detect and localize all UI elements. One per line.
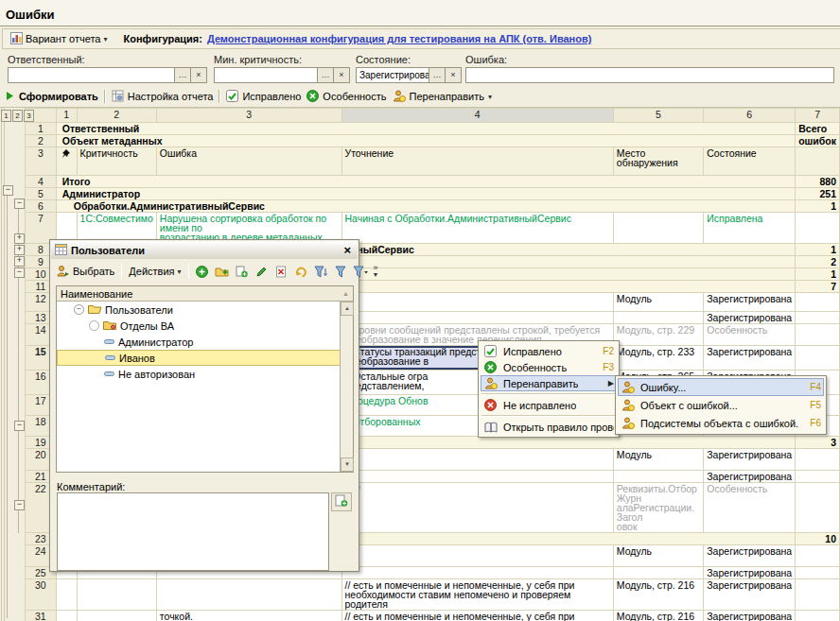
- users-list-scrollbar[interactable]: ▲ ▼: [340, 302, 353, 472]
- group-row-label[interactable]: Итого: [56, 176, 795, 188]
- table-cell[interactable]: [796, 312, 840, 324]
- report-variant-button[interactable]: Вариант отчета ▾: [8, 31, 110, 47]
- table-cell[interactable]: Модуль, стр. 233: [613, 346, 703, 371]
- pin-icon[interactable]: [56, 147, 77, 176]
- expand-group-icon[interactable]: +: [14, 256, 25, 267]
- row-header[interactable]: 2: [26, 135, 57, 147]
- column-header-1[interactable]: 1: [56, 109, 77, 123]
- actions-button[interactable]: Действия ▾: [126, 264, 184, 279]
- menu-item-объект-с-ошибкой-[interactable]: Объект с ошибкой...F5: [618, 396, 824, 414]
- table-cell[interactable]: [613, 213, 703, 244]
- node-circle-icon[interactable]: [89, 320, 99, 331]
- table-cell[interactable]: [77, 611, 156, 621]
- min-criticality-field[interactable]: … ×: [214, 67, 350, 83]
- table-cell[interactable]: [796, 213, 840, 244]
- table-cell[interactable]: Реквизиты.ОтборЖурн алаРегистрации.Загол…: [613, 483, 703, 533]
- menu-item-подсистемы-объекта-с-ошибкой-[interactable]: Подсистемы объекта с ошибкой...F6: [618, 414, 824, 432]
- tree-item-администратор[interactable]: Администратор: [57, 334, 341, 350]
- table-cell[interactable]: Зарегистрирована: [704, 471, 796, 483]
- undo-button[interactable]: [292, 263, 310, 281]
- group-row-count[interactable]: 7: [796, 281, 840, 293]
- row-header[interactable]: 3: [26, 147, 57, 176]
- filter-button[interactable]: [332, 263, 350, 281]
- group-row-count[interactable]: 251: [796, 188, 840, 200]
- users-dialog-titlebar[interactable]: Пользователи ×: [51, 241, 358, 259]
- collapse-group-icon[interactable]: −: [3, 185, 13, 196]
- table-cell[interactable]: [796, 471, 840, 483]
- group-row-label[interactable]: Объект метаданных: [56, 135, 795, 147]
- table-cell[interactable]: [796, 324, 840, 346]
- configuration-link[interactable]: Демонстрационная конфигурация для тестир…: [207, 33, 591, 44]
- add-folder-button[interactable]: [213, 263, 231, 281]
- select-button[interactable]: Выбрать: [54, 263, 117, 281]
- filter-menu-button[interactable]: [352, 263, 370, 281]
- table-cell[interactable]: Модуль: [613, 545, 703, 567]
- table-cell[interactable]: [613, 312, 703, 324]
- row-header[interactable]: 4: [26, 176, 57, 188]
- group-row-count[interactable]: 1: [796, 200, 840, 213]
- group-row-count[interactable]: 1: [796, 244, 840, 256]
- collapse-group-icon[interactable]: −: [14, 267, 25, 278]
- menu-item-ошибку-[interactable]: Ошибку...F4: [618, 378, 824, 396]
- scroll-down-icon[interactable]: ▼: [341, 457, 354, 472]
- menu-item-особенность[interactable]: ОсобенностьF3: [481, 359, 617, 375]
- group-row-count[interactable]: ошибок: [796, 135, 840, 147]
- field-header-cell[interactable]: [796, 147, 840, 176]
- generate-button[interactable]: Сформировать: [5, 91, 98, 103]
- table-cell[interactable]: [796, 449, 840, 471]
- table-cell[interactable]: Модуль: [613, 449, 703, 471]
- table-cell[interactable]: Зарегистрирована: [704, 346, 796, 371]
- row-header[interactable]: 30: [26, 579, 57, 611]
- table-cell[interactable]: [613, 567, 703, 579]
- tree-item-отделы-ва[interactable]: Отделы ВА: [57, 318, 341, 334]
- table-cell[interactable]: Начиная с Обработки.АдминистративныйСерв…: [341, 213, 613, 244]
- group-row-count[interactable]: 10: [796, 533, 840, 545]
- report-settings-button[interactable]: Настройка отчета: [112, 90, 214, 104]
- edit-button[interactable]: [253, 263, 271, 281]
- feature-button[interactable]: Особенность: [306, 90, 386, 104]
- column-header-4[interactable]: 4: [341, 109, 613, 123]
- expand-group-icon[interactable]: +: [14, 233, 25, 244]
- menu-item-открыть-правило-проверки[interactable]: Открыть правило проверки: [481, 419, 617, 435]
- table-cell[interactable]: [341, 545, 613, 567]
- table-cell[interactable]: Модуль, стр. 229: [613, 324, 703, 346]
- table-cell[interactable]: Зарегистрирована: [704, 611, 796, 621]
- toolbar-overflow-button[interactable]: »▼: [373, 265, 379, 278]
- filter-sort-button[interactable]: [312, 263, 330, 281]
- group-row-label[interactable]: Обработки.АдминистративныйСервис: [56, 200, 795, 213]
- field-header-cell[interactable]: Уточнение: [341, 147, 613, 176]
- table-cell[interactable]: Особенность: [704, 483, 796, 533]
- copy-button[interactable]: [233, 263, 251, 281]
- open-comment-button[interactable]: [331, 492, 352, 511]
- table-cell[interactable]: Модуль, стр. 216: [613, 579, 703, 611]
- scroll-up-icon[interactable]: ▲: [341, 302, 354, 316]
- field-header-cell[interactable]: Критичность: [77, 147, 156, 176]
- expand-group-icon[interactable]: +: [14, 245, 25, 255]
- name-column-header[interactable]: Наименование ▲: [57, 286, 353, 302]
- fixed-button[interactable]: Исправлено: [226, 90, 301, 104]
- group-row-count[interactable]: Всего: [796, 123, 840, 135]
- field-header-cell[interactable]: Место обнаружения: [613, 147, 703, 176]
- close-icon[interactable]: ×: [341, 244, 354, 256]
- row-header[interactable]: 31: [26, 611, 57, 621]
- table-cell[interactable]: [156, 579, 341, 611]
- group-row-label[interactable]: Администратор: [56, 188, 795, 200]
- table-cell[interactable]: [341, 471, 613, 483]
- group-level-button-3[interactable]: 3: [24, 110, 34, 122]
- min-criticality-clear-button[interactable]: ×: [333, 68, 349, 82]
- tree-item-иванов[interactable]: Иванов: [57, 350, 341, 366]
- table-cell[interactable]: [341, 293, 613, 312]
- table-cell[interactable]: [796, 611, 840, 621]
- redirect-button[interactable]: Перенаправить ▾: [393, 90, 492, 104]
- group-row-count[interactable]: 3: [796, 437, 840, 449]
- column-header-5[interactable]: 5: [613, 109, 703, 123]
- add-button[interactable]: [193, 263, 211, 281]
- table-cell[interactable]: Модуль: [613, 293, 703, 312]
- table-cell[interactable]: точкой.: [156, 611, 341, 621]
- table-cell[interactable]: Исправлена: [704, 213, 796, 244]
- table-cell[interactable]: // есть и помеченные и непомеченные, у с…: [341, 579, 613, 611]
- error-field[interactable]: [465, 67, 834, 83]
- row-header[interactable]: 5: [26, 188, 57, 200]
- column-header-3[interactable]: 3: [156, 109, 341, 123]
- group-level-button-1[interactable]: 1: [1, 110, 11, 122]
